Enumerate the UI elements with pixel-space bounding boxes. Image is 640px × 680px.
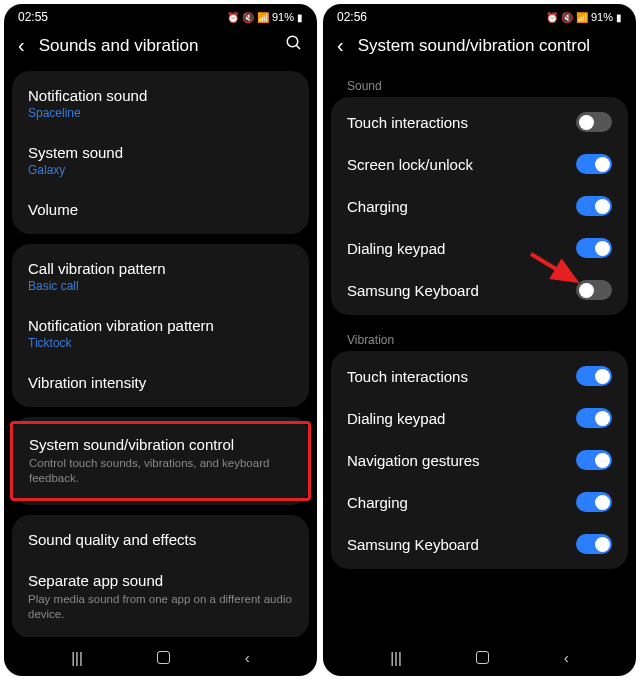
- back-icon[interactable]: ‹: [337, 34, 344, 57]
- toggle-switch[interactable]: [576, 534, 612, 554]
- row-subtitle: Basic call: [28, 279, 293, 293]
- home-icon[interactable]: [476, 651, 489, 664]
- home-icon[interactable]: [157, 651, 170, 664]
- toggle-row[interactable]: Charging: [331, 481, 628, 523]
- header: ‹ Sounds and vibration: [4, 26, 317, 71]
- row-title: Charging: [347, 494, 408, 511]
- toggle-row[interactable]: Samsung Keyboard: [331, 269, 628, 311]
- row-title: Notification sound: [28, 87, 293, 104]
- settings-group: System sound/vibration controlControl to…: [12, 417, 309, 505]
- settings-group: Sound quality and effectsSeparate app so…: [12, 515, 309, 637]
- nav-back-icon[interactable]: ‹: [245, 649, 250, 666]
- battery-icon: ▮: [616, 12, 622, 23]
- nav-bar: ||| ‹: [323, 637, 636, 676]
- settings-row[interactable]: Vibration intensity: [12, 362, 309, 403]
- alarm-icon: ⏰: [227, 12, 239, 23]
- toggle-switch[interactable]: [576, 366, 612, 386]
- row-subtitle: Galaxy: [28, 163, 293, 177]
- mute-icon: 🔇: [561, 12, 573, 23]
- recents-icon[interactable]: |||: [71, 649, 83, 666]
- signal-icon: 📶: [576, 12, 588, 23]
- toggle-row[interactable]: Samsung Keyboard: [331, 523, 628, 565]
- phone-left: 02:55 ⏰ 🔇 📶 91% ▮ ‹ Sounds and vibration…: [4, 4, 317, 676]
- page-title: System sound/vibration control: [358, 36, 622, 56]
- row-title: Charging: [347, 198, 408, 215]
- nav-bar: ||| ‹: [4, 637, 317, 676]
- status-bar: 02:56 ⏰ 🔇 📶 91% ▮: [323, 4, 636, 26]
- toggle-row[interactable]: Navigation gestures: [331, 439, 628, 481]
- page-title: Sounds and vibration: [39, 36, 271, 56]
- row-title: Notification vibration pattern: [28, 317, 293, 334]
- row-title: Vibration intensity: [28, 374, 293, 391]
- settings-group: Touch interactionsDialing keypadNavigati…: [331, 351, 628, 569]
- callout-arrow-icon: [526, 249, 586, 289]
- row-title: Dialing keypad: [347, 240, 445, 257]
- svg-line-3: [531, 254, 576, 281]
- content[interactable]: SoundTouch interactionsScreen lock/unloc…: [323, 71, 636, 637]
- toggle-switch[interactable]: [576, 112, 612, 132]
- toggle-row[interactable]: Touch interactions: [331, 355, 628, 397]
- settings-group: Touch interactionsScreen lock/unlockChar…: [331, 97, 628, 315]
- search-icon[interactable]: [285, 34, 303, 57]
- row-title: Volume: [28, 201, 293, 218]
- settings-group: Call vibration patternBasic callNotifica…: [12, 244, 309, 407]
- settings-row[interactable]: Separate app soundPlay media sound from …: [12, 560, 309, 634]
- toggle-switch[interactable]: [576, 408, 612, 428]
- settings-row[interactable]: System soundGalaxy: [12, 132, 309, 189]
- recents-icon[interactable]: |||: [390, 649, 402, 666]
- row-title: Samsung Keyboard: [347, 536, 479, 553]
- status-time: 02:55: [18, 10, 48, 24]
- settings-row[interactable]: Notification soundSpaceline: [12, 75, 309, 132]
- status-bar: 02:55 ⏰ 🔇 📶 91% ▮: [4, 4, 317, 26]
- section-header: Sound: [331, 71, 628, 97]
- battery-pct: 91%: [591, 11, 613, 23]
- toggle-row[interactable]: Touch interactions: [331, 101, 628, 143]
- row-title: Dialing keypad: [347, 410, 445, 427]
- battery-icon: ▮: [297, 12, 303, 23]
- content[interactable]: Notification soundSpacelineSystem soundG…: [4, 71, 317, 637]
- status-icons: ⏰ 🔇 📶 91% ▮: [227, 11, 303, 23]
- battery-pct: 91%: [272, 11, 294, 23]
- status-icons: ⏰ 🔇 📶 91% ▮: [546, 11, 622, 23]
- alarm-icon: ⏰: [546, 12, 558, 23]
- row-title: Sound quality and effects: [28, 531, 293, 548]
- svg-point-0: [287, 36, 298, 47]
- row-subtitle: Spaceline: [28, 106, 293, 120]
- back-icon[interactable]: ‹: [18, 34, 25, 57]
- svg-line-1: [296, 45, 300, 49]
- row-title: Call vibration pattern: [28, 260, 293, 277]
- signal-icon: 📶: [257, 12, 269, 23]
- row-title: Separate app sound: [28, 572, 293, 589]
- settings-row[interactable]: Notification vibration patternTicktock: [12, 305, 309, 362]
- mute-icon: 🔇: [242, 12, 254, 23]
- toggle-row[interactable]: Charging: [331, 185, 628, 227]
- nav-back-icon[interactable]: ‹: [564, 649, 569, 666]
- settings-row[interactable]: System sound/vibration controlControl to…: [10, 421, 311, 501]
- row-title: Touch interactions: [347, 114, 468, 131]
- row-subtitle: Ticktock: [28, 336, 293, 350]
- section-header: Vibration: [331, 325, 628, 351]
- phone-right: 02:56 ⏰ 🔇 📶 91% ▮ ‹ System sound/vibrati…: [323, 4, 636, 676]
- settings-group: Notification soundSpacelineSystem soundG…: [12, 71, 309, 234]
- row-title: Navigation gestures: [347, 452, 480, 469]
- toggle-switch[interactable]: [576, 196, 612, 216]
- toggle-switch[interactable]: [576, 450, 612, 470]
- row-title: System sound/vibration control: [29, 436, 292, 453]
- header: ‹ System sound/vibration control: [323, 26, 636, 71]
- toggle-row[interactable]: Screen lock/unlock: [331, 143, 628, 185]
- row-description: Play media sound from one app on a diffe…: [28, 592, 293, 622]
- settings-row[interactable]: Volume: [12, 189, 309, 230]
- row-title: System sound: [28, 144, 293, 161]
- status-time: 02:56: [337, 10, 367, 24]
- toggle-switch[interactable]: [576, 492, 612, 512]
- settings-row[interactable]: Call vibration patternBasic call: [12, 248, 309, 305]
- row-description: Control touch sounds, vibrations, and ke…: [29, 456, 292, 486]
- settings-row[interactable]: Sound quality and effects: [12, 519, 309, 560]
- row-title: Touch interactions: [347, 368, 468, 385]
- toggle-row[interactable]: Dialing keypad: [331, 397, 628, 439]
- row-title: Screen lock/unlock: [347, 156, 473, 173]
- row-title: Samsung Keyboard: [347, 282, 479, 299]
- toggle-switch[interactable]: [576, 154, 612, 174]
